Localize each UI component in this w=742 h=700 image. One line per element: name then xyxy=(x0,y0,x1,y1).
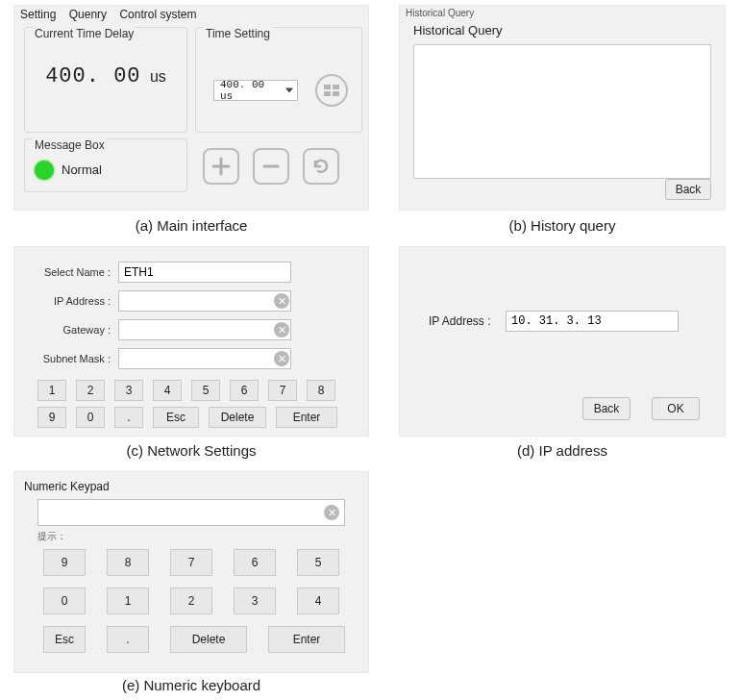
caption-a: (a) Main interface xyxy=(13,217,369,234)
clear-display-button[interactable]: ✕ xyxy=(324,505,339,520)
panel-numeric-keypad: Numeric Keypad ✕ 提示： 9 8 7 6 5 0 1 2 3 4… xyxy=(13,471,369,673)
key-0[interactable]: 0 xyxy=(76,407,105,428)
network-keypad-row1: 1 2 3 4 5 6 7 8 xyxy=(37,380,335,401)
label-gateway: Gateway : xyxy=(14,324,111,336)
group-title-time-setting: Time Setting xyxy=(204,27,272,40)
caption-e: (e) Numeric keyboard xyxy=(13,677,369,693)
close-icon: ✕ xyxy=(278,353,286,364)
ok-button[interactable]: OK xyxy=(652,397,700,420)
close-icon: ✕ xyxy=(328,507,336,518)
back-button-label: Back xyxy=(676,183,702,196)
group-title-message-box: Message Box xyxy=(33,138,107,152)
gateway-input[interactable] xyxy=(118,319,291,340)
close-icon: ✕ xyxy=(278,324,286,336)
network-keypad-row2: 9 0 . Esc Delete Enter xyxy=(37,407,337,428)
keypad-title: Numeric Keypad xyxy=(24,480,110,493)
keypad-key-enter[interactable]: Enter xyxy=(268,626,345,653)
key-enter[interactable]: Enter xyxy=(276,407,337,428)
key-4[interactable]: 4 xyxy=(153,380,182,401)
clear-ip-button[interactable]: ✕ xyxy=(274,293,289,309)
time-setting-select[interactable]: 400. 00 us xyxy=(213,80,298,101)
label-ip-address: IP Address : xyxy=(14,295,111,307)
caption-c: (c) Network Settings xyxy=(13,442,369,459)
panel-ip-address: IP Address : Back OK xyxy=(399,246,726,437)
key-3[interactable]: 3 xyxy=(114,380,143,401)
key-1[interactable]: 1 xyxy=(37,380,66,401)
close-icon: ✕ xyxy=(278,295,286,307)
group-current-time-delay: Current Time Delay 400. 00 us xyxy=(24,27,187,133)
panel-main-interface: Setting Quenry Control system Current Ti… xyxy=(13,5,369,211)
group-message-box: Message Box Normal xyxy=(24,138,187,192)
delay-unit: us xyxy=(150,68,166,85)
plus-icon xyxy=(211,157,231,176)
key-8[interactable]: 8 xyxy=(307,380,335,401)
status-indicator-icon xyxy=(35,161,54,180)
window-title-history: Historical Query xyxy=(406,8,474,18)
apply-button[interactable] xyxy=(315,74,348,107)
menu-query[interactable]: Quenry xyxy=(69,8,107,21)
menu-setting[interactable]: Setting xyxy=(20,8,56,21)
key-9[interactable]: 9 xyxy=(37,407,66,428)
key-dot[interactable]: . xyxy=(114,407,143,428)
keypad-key-1[interactable]: 1 xyxy=(107,588,149,614)
keypad-key-7[interactable]: 7 xyxy=(170,549,212,576)
keypad-key-3[interactable]: 3 xyxy=(234,588,276,614)
ip-address-input[interactable] xyxy=(118,290,291,312)
keypad-key-9[interactable]: 9 xyxy=(43,549,86,576)
keypad-key-6[interactable]: 6 xyxy=(234,549,276,576)
group-title-delay: Current Time Delay xyxy=(33,27,136,40)
keypad-key-delete[interactable]: Delete xyxy=(170,626,247,653)
chevron-down-icon xyxy=(285,88,293,93)
refresh-icon xyxy=(310,156,332,177)
label-ip-address-d: IP Address : xyxy=(429,314,490,328)
status-text: Normal xyxy=(62,162,102,177)
keypad-display[interactable] xyxy=(37,499,345,526)
history-listbox[interactable] xyxy=(413,44,711,179)
clear-gateway-button[interactable]: ✕ xyxy=(274,322,289,338)
group-time-setting: Time Setting 400. 00 us xyxy=(195,27,362,133)
delay-readout: 400. 00 us xyxy=(25,64,186,88)
keypad-row2: 0 1 2 3 4 xyxy=(43,588,339,614)
keypad-key-4[interactable]: 4 xyxy=(297,588,339,614)
minus-icon xyxy=(261,157,281,176)
increment-button[interactable] xyxy=(203,148,239,185)
keypad-row3: Esc . Delete Enter xyxy=(43,626,345,653)
keypad-row1: 9 8 7 6 5 xyxy=(43,549,339,576)
menu-control-system[interactable]: Control system xyxy=(119,8,196,21)
key-6[interactable]: 6 xyxy=(230,380,259,401)
label-subnet: Subnet Mask : xyxy=(14,353,111,364)
delay-value: 400. 00 xyxy=(45,64,140,88)
key-2[interactable]: 2 xyxy=(76,380,105,401)
key-7[interactable]: 7 xyxy=(268,380,297,401)
keypad-key-0[interactable]: 0 xyxy=(43,588,86,614)
clear-subnet-button[interactable]: ✕ xyxy=(274,351,289,366)
subnet-input[interactable] xyxy=(118,348,291,369)
select-name-input[interactable] xyxy=(118,262,291,283)
back-button[interactable]: Back xyxy=(665,179,711,200)
keypad-key-2[interactable]: 2 xyxy=(170,588,212,614)
keypad-key-esc[interactable]: Esc xyxy=(43,626,86,653)
keypad-key-5[interactable]: 5 xyxy=(297,549,339,576)
grid-icon xyxy=(324,85,339,96)
back-button-d[interactable]: Back xyxy=(582,397,631,420)
keypad-hint: 提示： xyxy=(37,530,66,543)
panel-network-settings: Select Name : IP Address : ✕ Gateway : ✕… xyxy=(13,246,369,437)
key-5[interactable]: 5 xyxy=(191,380,220,401)
panel-title-history: Historical Query xyxy=(413,23,502,38)
caption-d: (d) IP address xyxy=(399,442,726,459)
time-setting-value: 400. 00 us xyxy=(220,79,278,102)
panel-history-query: Historical Query Historical Query Back xyxy=(399,5,726,211)
key-esc[interactable]: Esc xyxy=(153,407,199,428)
back-label-d: Back xyxy=(594,402,620,415)
refresh-button[interactable] xyxy=(303,148,339,185)
key-delete[interactable]: Delete xyxy=(209,407,266,428)
label-select-name: Select Name : xyxy=(14,266,111,278)
keypad-key-8[interactable]: 8 xyxy=(107,549,149,576)
caption-b: (b) History query xyxy=(399,217,726,234)
decrement-button[interactable] xyxy=(253,148,289,185)
ok-label: OK xyxy=(667,402,683,415)
ip-address-field[interactable] xyxy=(506,311,679,332)
menu-bar: Setting Quenry Control system xyxy=(20,8,206,21)
keypad-key-dot[interactable]: . xyxy=(107,626,149,653)
